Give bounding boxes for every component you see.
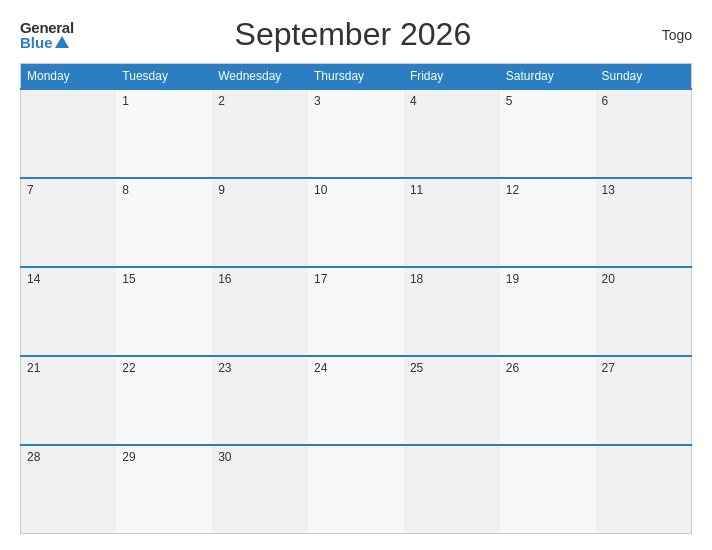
day-number: 29 (122, 450, 135, 464)
calendar-cell (404, 445, 500, 534)
day-number: 12 (506, 183, 519, 197)
calendar-cell: 13 (596, 178, 692, 267)
day-number: 1 (122, 94, 129, 108)
week-row-1: 123456 (21, 89, 692, 178)
calendar-cell (500, 445, 596, 534)
calendar-cell: 14 (21, 267, 117, 356)
day-number: 6 (602, 94, 609, 108)
day-number: 20 (602, 272, 615, 286)
calendar-cell: 26 (500, 356, 596, 445)
calendar-cell: 29 (116, 445, 212, 534)
day-number: 2 (218, 94, 225, 108)
day-number: 18 (410, 272, 423, 286)
day-number: 17 (314, 272, 327, 286)
calendar-page: General Blue September 2026 Togo Monday … (0, 0, 712, 550)
day-number: 8 (122, 183, 129, 197)
day-number: 13 (602, 183, 615, 197)
week-row-3: 14151617181920 (21, 267, 692, 356)
logo-general-text: General (20, 20, 74, 35)
calendar-cell: 24 (308, 356, 404, 445)
day-number: 19 (506, 272, 519, 286)
header-friday: Friday (404, 64, 500, 90)
calendar-cell: 4 (404, 89, 500, 178)
calendar-cell: 8 (116, 178, 212, 267)
day-number: 23 (218, 361, 231, 375)
calendar-cell: 6 (596, 89, 692, 178)
day-number: 10 (314, 183, 327, 197)
week-row-2: 78910111213 (21, 178, 692, 267)
calendar-table: Monday Tuesday Wednesday Thursday Friday… (20, 63, 692, 534)
day-number: 5 (506, 94, 513, 108)
header-sunday: Sunday (596, 64, 692, 90)
day-number: 3 (314, 94, 321, 108)
country-label: Togo (632, 27, 692, 43)
calendar-cell (308, 445, 404, 534)
logo: General Blue (20, 20, 74, 50)
day-number: 27 (602, 361, 615, 375)
calendar-cell: 5 (500, 89, 596, 178)
calendar-cell: 17 (308, 267, 404, 356)
day-number: 28 (27, 450, 40, 464)
day-number: 11 (410, 183, 423, 197)
calendar-cell: 7 (21, 178, 117, 267)
calendar-cell: 1 (116, 89, 212, 178)
day-number: 7 (27, 183, 34, 197)
calendar-cell: 27 (596, 356, 692, 445)
calendar-cell (21, 89, 117, 178)
calendar-cell: 30 (212, 445, 308, 534)
calendar-cell: 28 (21, 445, 117, 534)
calendar-cell: 15 (116, 267, 212, 356)
header: General Blue September 2026 Togo (20, 16, 692, 53)
calendar-cell: 9 (212, 178, 308, 267)
calendar-cell (596, 445, 692, 534)
day-number: 24 (314, 361, 327, 375)
day-number: 25 (410, 361, 423, 375)
calendar-cell: 10 (308, 178, 404, 267)
calendar-title: September 2026 (74, 16, 632, 53)
calendar-cell: 3 (308, 89, 404, 178)
week-row-4: 21222324252627 (21, 356, 692, 445)
calendar-cell: 2 (212, 89, 308, 178)
header-wednesday: Wednesday (212, 64, 308, 90)
calendar-cell: 16 (212, 267, 308, 356)
day-number: 30 (218, 450, 231, 464)
week-row-5: 282930 (21, 445, 692, 534)
header-monday: Monday (21, 64, 117, 90)
calendar-cell: 21 (21, 356, 117, 445)
header-tuesday: Tuesday (116, 64, 212, 90)
day-number: 26 (506, 361, 519, 375)
day-number: 21 (27, 361, 40, 375)
day-number: 14 (27, 272, 40, 286)
calendar-cell: 19 (500, 267, 596, 356)
day-number: 9 (218, 183, 225, 197)
day-number: 22 (122, 361, 135, 375)
day-number: 15 (122, 272, 135, 286)
logo-triangle-icon (55, 36, 69, 48)
logo-blue-text: Blue (20, 35, 69, 50)
calendar-cell: 23 (212, 356, 308, 445)
calendar-cell: 12 (500, 178, 596, 267)
header-thursday: Thursday (308, 64, 404, 90)
calendar-cell: 25 (404, 356, 500, 445)
header-saturday: Saturday (500, 64, 596, 90)
calendar-cell: 11 (404, 178, 500, 267)
day-number: 16 (218, 272, 231, 286)
calendar-cell: 20 (596, 267, 692, 356)
calendar-cell: 22 (116, 356, 212, 445)
calendar-cell: 18 (404, 267, 500, 356)
day-number: 4 (410, 94, 417, 108)
days-header-row: Monday Tuesday Wednesday Thursday Friday… (21, 64, 692, 90)
